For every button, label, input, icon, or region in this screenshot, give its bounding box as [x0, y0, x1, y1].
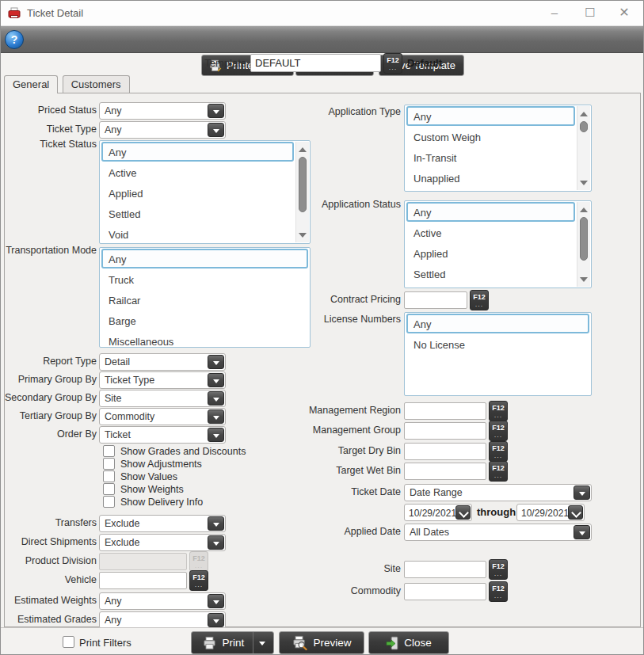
chevron-down-icon[interactable]: [208, 104, 224, 118]
scroll-down-icon[interactable]: [577, 176, 590, 189]
commodity-f12-button[interactable]: F12 ...: [489, 581, 508, 602]
estimated-weights-select[interactable]: Any: [99, 592, 226, 610]
management-region-input[interactable]: [404, 402, 486, 420]
list-item[interactable]: Any: [406, 314, 589, 333]
application-type-list[interactable]: AnyCustom WeighIn-TransitUnappliedCash/S…: [404, 105, 592, 192]
chevron-down-icon[interactable]: [574, 525, 590, 539]
scrollbar[interactable]: [295, 142, 309, 242]
management-group-f12-button[interactable]: F12 ...: [489, 421, 508, 441]
chevron-down-icon[interactable]: [208, 535, 224, 550]
target-dry-bin-input[interactable]: [404, 443, 486, 460]
ticket-date-select[interactable]: Date Range: [404, 484, 592, 501]
ticket-type-select[interactable]: Any: [99, 121, 226, 139]
chevron-down-icon[interactable]: [568, 505, 583, 520]
print-filters-checkbox[interactable]: [63, 636, 74, 648]
contract-pricing-f12-button[interactable]: F12 ...: [470, 290, 489, 310]
scroll-up-icon[interactable]: [296, 143, 309, 156]
scrollbar[interactable]: [577, 202, 590, 287]
template-f12-button[interactable]: F12 ...: [383, 53, 402, 74]
list-item[interactable]: In-Transit: [406, 147, 575, 167]
list-item[interactable]: Any: [101, 249, 308, 268]
order-by-select[interactable]: Ticket: [99, 426, 226, 444]
tab-customers[interactable]: Customers: [63, 75, 130, 93]
priced-status-select[interactable]: Any: [99, 102, 226, 120]
show-adjustments-checkbox[interactable]: [103, 458, 115, 470]
estimated-grades-select[interactable]: Any: [99, 611, 226, 629]
scroll-down-icon[interactable]: [296, 228, 309, 241]
chevron-down-icon[interactable]: [208, 594, 224, 608]
template-input[interactable]: [250, 54, 381, 72]
site-f12-button[interactable]: F12 ...: [489, 559, 508, 580]
ticket-status-list[interactable]: AnyActiveAppliedSettledVoidScheduled: [99, 140, 311, 244]
list-item[interactable]: Truck: [101, 269, 308, 289]
chevron-down-icon[interactable]: [208, 516, 224, 531]
scroll-thumb[interactable]: [580, 217, 588, 261]
show-grades-discounts-checkbox[interactable]: [103, 445, 115, 457]
chevron-down-icon[interactable]: [208, 391, 224, 406]
list-item[interactable]: Active: [406, 223, 575, 242]
list-item[interactable]: Void: [101, 224, 294, 244]
tertiary-group-by-select[interactable]: Commodity: [99, 408, 226, 425]
list-item[interactable]: Miscellaneous: [101, 331, 308, 348]
chevron-down-icon[interactable]: [208, 355, 224, 369]
ticket-date-to-picker[interactable]: 10/29/2021: [516, 504, 585, 521]
chevron-down-icon[interactable]: [208, 123, 224, 137]
chevron-down-icon[interactable]: [208, 373, 224, 387]
secondary-group-by-select[interactable]: Site: [99, 390, 226, 407]
primary-group-by-select[interactable]: Ticket Type: [99, 371, 226, 389]
print-options-arrow[interactable]: [253, 632, 271, 653]
tab-general[interactable]: General: [4, 75, 58, 93]
ticket-date-from-picker[interactable]: 10/29/2021: [404, 504, 472, 521]
application-status-list[interactable]: AnyActiveAppliedSettledVoid: [404, 200, 592, 288]
management-group-input[interactable]: [404, 422, 486, 440]
close-button[interactable]: Close: [368, 631, 449, 654]
list-item[interactable]: Settled: [406, 264, 575, 284]
target-wet-bin-input[interactable]: [404, 463, 486, 480]
preview-button[interactable]: Preview: [279, 631, 364, 654]
list-item[interactable]: Unapplied: [406, 168, 575, 188]
transportation-mode-list[interactable]: AnyTruckRailcarBargeMiscellaneous: [99, 247, 311, 348]
scroll-up-icon[interactable]: [577, 108, 590, 120]
list-item[interactable]: Active: [101, 162, 294, 182]
list-item[interactable]: Settled: [101, 204, 294, 223]
vehicle-input[interactable]: [99, 572, 187, 589]
commodity-input[interactable]: [404, 583, 486, 600]
chevron-down-icon[interactable]: [208, 409, 224, 424]
scroll-down-icon[interactable]: [577, 272, 590, 285]
list-item[interactable]: Barge: [101, 310, 308, 330]
transfers-select[interactable]: Exclude: [99, 515, 226, 532]
chevron-down-icon[interactable]: [574, 486, 590, 500]
chevron-down-icon[interactable]: [455, 505, 471, 520]
contract-pricing-input[interactable]: [404, 291, 467, 309]
license-numbers-list[interactable]: AnyNo License: [404, 312, 592, 396]
maximize-icon[interactable]: ☐: [573, 1, 608, 26]
direct-shipments-select[interactable]: Exclude: [99, 534, 226, 551]
list-item[interactable]: Applied: [101, 183, 294, 203]
list-item[interactable]: Any: [406, 202, 575, 222]
scroll-up-icon[interactable]: [577, 204, 590, 216]
list-item[interactable]: Applied: [406, 243, 575, 263]
list-item[interactable]: Any: [101, 142, 294, 162]
list-item[interactable]: Railcar: [101, 290, 308, 310]
target-wet-bin-f12-button[interactable]: F12 ...: [489, 461, 508, 482]
chevron-down-icon[interactable]: [208, 613, 224, 627]
target-dry-bin-f12-button[interactable]: F12 ...: [489, 441, 508, 462]
scrollbar[interactable]: [577, 106, 590, 190]
show-delivery-info-checkbox[interactable]: [103, 496, 115, 508]
list-item[interactable]: Void: [406, 284, 575, 288]
minimize-icon[interactable]: –: [537, 1, 572, 26]
print-button[interactable]: Print: [191, 631, 274, 654]
list-item[interactable]: Any: [406, 106, 575, 126]
close-icon[interactable]: ✕: [607, 1, 642, 26]
list-item[interactable]: No License: [406, 334, 589, 354]
management-region-f12-button[interactable]: F12 ...: [489, 401, 508, 421]
show-values-checkbox[interactable]: [103, 470, 115, 482]
applied-date-select[interactable]: All Dates: [404, 524, 592, 541]
vehicle-f12-button[interactable]: F12 ...: [189, 570, 208, 591]
site-input[interactable]: [404, 561, 486, 578]
scroll-thumb[interactable]: [580, 121, 588, 132]
list-item[interactable]: Custom Weigh: [406, 127, 575, 147]
report-type-select[interactable]: Detail: [99, 353, 226, 371]
help-button[interactable]: ?: [5, 30, 24, 49]
chevron-down-icon[interactable]: [208, 428, 224, 442]
